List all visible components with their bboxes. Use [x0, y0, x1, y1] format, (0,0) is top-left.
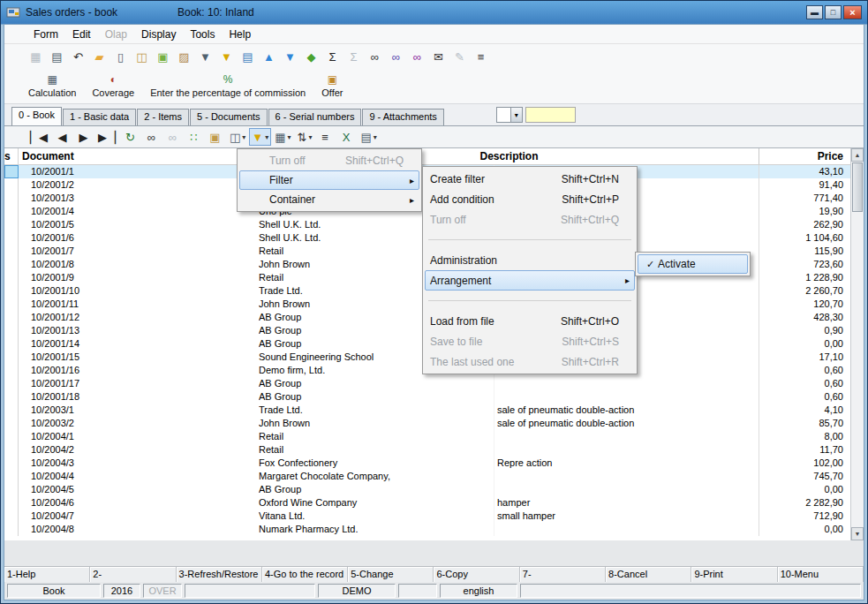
- function-key[interactable]: 6-Copy: [434, 567, 519, 582]
- tab[interactable]: 2 - Items: [137, 109, 189, 125]
- minimize-button[interactable]: ▬: [806, 5, 823, 19]
- stack-button[interactable]: ▤: [238, 47, 258, 66]
- function-key[interactable]: 2-: [90, 567, 176, 582]
- function-key[interactable]: 4-Go to the record: [262, 567, 348, 582]
- sort-descending-button[interactable]: ▼: [280, 47, 300, 66]
- scrollbar-thumb[interactable]: [852, 162, 863, 212]
- open-folder-button[interactable]: ▰: [89, 47, 109, 66]
- menu-item-label: Save to file: [430, 336, 482, 348]
- mail-button[interactable]: ✉: [428, 47, 449, 66]
- offer-button[interactable]: ▣ Offer: [315, 72, 349, 100]
- insert-special-button[interactable]: ◆: [301, 47, 321, 66]
- new-document-button[interactable]: ▯: [110, 47, 131, 66]
- function-key[interactable]: 9-Print: [691, 567, 777, 582]
- undo-button[interactable]: ↶: [68, 47, 88, 66]
- find-record-button[interactable]: ∞: [407, 47, 427, 66]
- next-record-button[interactable]: ▶: [74, 128, 94, 146]
- menu-item-label: Container: [269, 193, 315, 206]
- calculation-button[interactable]: ▦ Calculation: [22, 72, 82, 100]
- export-excel-button[interactable]: X: [337, 128, 358, 146]
- cell-customer: Fox Confectionery: [259, 457, 494, 470]
- menu-bar-item[interactable]: Form: [27, 26, 64, 42]
- quick-search-field[interactable]: [525, 107, 576, 123]
- function-key[interactable]: 10-Menu: [778, 567, 864, 582]
- previous-record-button[interactable]: ◀: [53, 128, 73, 146]
- menu-item[interactable]: ✓ Activate: [638, 254, 748, 274]
- scroll-up-icon[interactable]: ▲: [851, 148, 864, 162]
- paste-button[interactable]: ▣: [206, 128, 226, 146]
- title-bar[interactable]: Sales orders - book Book: 10: Inland ▬ □…: [1, 1, 867, 24]
- table-row[interactable]: 10/2004/4 Margaret Chocolate Company, 74…: [4, 470, 850, 483]
- table-row[interactable]: 10/2004/5 AB Group 0,00: [4, 483, 850, 496]
- table-row[interactable]: 10/2004/2 Retail 11,70: [4, 443, 850, 457]
- tab[interactable]: 1 - Basic data: [63, 109, 136, 125]
- commission-button[interactable]: % Enter the percentage of commission: [144, 72, 312, 100]
- book-combo[interactable]: ▾: [496, 107, 523, 123]
- view-mode-button[interactable]: ◫ ▾: [227, 128, 248, 146]
- refresh-button[interactable]: ↻: [121, 128, 141, 146]
- table-row[interactable]: 10/2004/7 Vitana Ltd. small hamper 712,9…: [4, 510, 850, 523]
- last-record-button[interactable]: ▶▕: [95, 128, 120, 146]
- menu-bar-item[interactable]: Tools: [184, 26, 221, 42]
- cell-document: 10/2001/10: [19, 284, 259, 298]
- tab[interactable]: 9 - Attachments: [362, 109, 443, 125]
- filter-button[interactable]: ▼: [195, 47, 215, 66]
- print-button[interactable]: ▤: [47, 47, 67, 66]
- menu-item[interactable]: Filter ▸: [239, 170, 419, 190]
- menu-item-shortcut: Shift+Ctrl+O: [543, 315, 619, 328]
- coverage-button[interactable]: ◐ Coverage: [86, 72, 140, 100]
- list-view-button[interactable]: ≡: [316, 128, 336, 146]
- column-header-document[interactable]: Document: [19, 148, 259, 164]
- filter-menu-button[interactable]: ▼ ▾: [249, 128, 271, 146]
- table-row[interactable]: 10/2004/6 Oxford Wine Company hamper 2 2…: [4, 496, 850, 510]
- table-row[interactable]: 10/2004/8 Numark Pharmacy Ltd. 0,00: [4, 523, 850, 536]
- status-bar: Book 2016 OVER DEMO english: [4, 582, 864, 600]
- combo-dropdown-icon[interactable]: ▾: [510, 108, 522, 122]
- menu-bar-item[interactable]: Help: [223, 26, 257, 42]
- menu-item[interactable]: Create filter Shift+Ctrl+N: [425, 169, 635, 189]
- menu-bar-item[interactable]: Edit: [66, 26, 97, 42]
- cell-price: 1 104,60: [759, 231, 850, 245]
- find-button[interactable]: ∞: [365, 47, 385, 66]
- find-button[interactable]: ∞: [142, 128, 162, 146]
- arrange-columns-button[interactable]: ▦ ▾: [272, 128, 293, 146]
- tab[interactable]: 0 - Book: [11, 107, 62, 125]
- function-key[interactable]: 5-Change: [348, 567, 434, 582]
- table-row[interactable]: 10/2004/1 Retail 8,00: [4, 430, 850, 443]
- function-key[interactable]: 8-Cancel: [606, 567, 691, 582]
- column-header-price[interactable]: Price: [759, 148, 850, 164]
- function-key[interactable]: 7-: [520, 567, 606, 582]
- function-key[interactable]: 1-Help: [4, 567, 90, 582]
- menu-button[interactable]: ≡: [471, 47, 491, 66]
- sum-button[interactable]: Σ: [322, 47, 343, 66]
- close-button[interactable]: ×: [843, 5, 862, 19]
- table-row[interactable]: 10/2001/18 AB Group 0,60: [4, 390, 850, 404]
- table-row[interactable]: 10/2003/2 John Brown sale of pneumatic d…: [4, 417, 850, 430]
- tab[interactable]: 6 - Serial numbers: [268, 109, 362, 125]
- go-to-record-button[interactable]: ∷: [185, 128, 205, 146]
- sort-ascending-button[interactable]: ▲: [259, 47, 279, 66]
- table-row[interactable]: 10/2001/17 AB Group 0,60: [4, 377, 850, 390]
- table-row[interactable]: 10/2003/1 Trade Ltd. sale of pneumatic d…: [4, 404, 850, 417]
- document-lock-button[interactable]: ▣: [153, 47, 173, 66]
- filter-edit-button[interactable]: ▼: [216, 47, 237, 66]
- scroll-down-icon[interactable]: ▼: [851, 527, 864, 540]
- menu-bar-item[interactable]: Display: [135, 26, 182, 42]
- archive-button[interactable]: ▨: [174, 47, 194, 66]
- find-document-button[interactable]: ∞: [386, 47, 406, 66]
- first-record-button[interactable]: ▏◀: [27, 128, 52, 146]
- sort-button[interactable]: ⇅ ▾: [295, 128, 315, 146]
- table-row[interactable]: 10/2004/3 Fox Confectionery Repre action…: [4, 457, 850, 470]
- menu-item[interactable]: Container ▸: [239, 190, 419, 209]
- copy-button[interactable]: ◫: [132, 47, 152, 66]
- function-key[interactable]: 3-Refresh/Restore: [177, 567, 262, 582]
- vertical-scrollbar[interactable]: ▲ ▼: [850, 148, 864, 540]
- maximize-button[interactable]: □: [825, 5, 842, 19]
- menu-item[interactable]: Administration: [425, 250, 635, 270]
- menu-item[interactable]: Load from file Shift+Ctrl+O: [425, 311, 635, 331]
- reports-button[interactable]: ▤ ▾: [359, 128, 380, 146]
- menu-item[interactable]: Arrangement ▸: [425, 270, 635, 291]
- tab[interactable]: 5 - Documents: [190, 109, 268, 125]
- menu-item[interactable]: Add condition Shift+Ctrl+P: [425, 189, 635, 209]
- menu-item-shortcut: Shift+Ctrl+N: [544, 173, 619, 185]
